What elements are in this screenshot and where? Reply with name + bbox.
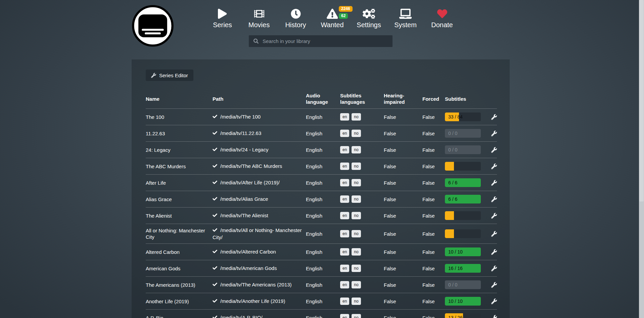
nav-label: Settings <box>351 21 387 29</box>
nav-item-series[interactable]: Series <box>204 5 241 29</box>
edit-series-button[interactable] <box>491 147 497 153</box>
path-text: /media/tv/All or Nothing- Manchester Cit… <box>213 227 302 240</box>
nav-item-settings[interactable]: Settings <box>351 5 387 29</box>
series-name: After Life <box>146 177 213 189</box>
nav-item-history[interactable]: History <box>277 5 314 29</box>
edit-series-button[interactable] <box>491 249 497 255</box>
forced-value: False <box>422 312 445 318</box>
search-input[interactable] <box>262 35 393 47</box>
forced-value: False <box>422 210 445 222</box>
edit-series-button[interactable] <box>491 114 497 120</box>
nav-item-movies[interactable]: Movies <box>241 5 277 29</box>
nav-item-donate[interactable]: Donate <box>424 5 460 29</box>
subtitles-languages: enno <box>340 192 384 206</box>
subtitles-languages: enno <box>340 143 384 156</box>
edit-series-button[interactable] <box>491 231 497 237</box>
language-badge: en <box>340 281 349 288</box>
hearing-impaired-value: False <box>384 127 422 140</box>
language-badge: no <box>352 163 361 170</box>
edit-series-button[interactable] <box>491 196 497 202</box>
subtitles-progress-cell: 6 / 6 <box>445 175 486 190</box>
language-badge: en <box>340 146 349 153</box>
actions-cell <box>486 210 497 222</box>
edit-series-button[interactable] <box>491 164 497 169</box>
edit-series-button[interactable] <box>491 213 497 219</box>
nav-item-system[interactable]: System <box>387 5 424 29</box>
subtitles-languages: enno <box>340 245 384 259</box>
series-name: All or Nothing: Manchester City <box>146 224 213 243</box>
table-row: 24: Legacy/media/tv/24 - LegacyEnglishen… <box>146 141 497 158</box>
language-badge: no <box>352 130 361 137</box>
edit-series-button[interactable] <box>491 315 497 318</box>
edit-series-button[interactable] <box>491 180 497 186</box>
subtitles-progress: 16 / 16 <box>445 264 481 273</box>
series-path: /media/tv/11.22.63 <box>213 127 306 140</box>
table-row: American Gods/media/tv/American GodsEngl… <box>146 260 497 276</box>
hearing-impaired-value: False <box>384 144 422 156</box>
series-editor-button[interactable]: Series Editor <box>146 70 193 81</box>
subtitles-progress: 33 / 84 <box>445 112 481 121</box>
nav-label: Donate <box>424 21 460 29</box>
series-path: /media/tv/The ABC Murders <box>213 160 306 173</box>
path-text: /media/tv/Altered Carbon <box>220 249 276 255</box>
edit-series-button[interactable] <box>491 299 497 304</box>
language-badge: en <box>340 163 349 170</box>
film-icon <box>254 9 264 19</box>
hearing-impaired-value: False <box>384 228 422 240</box>
series-name: 24: Legacy <box>146 144 213 156</box>
check-icon <box>213 299 217 305</box>
language-badge: no <box>352 248 361 256</box>
audio-language: English <box>306 111 340 123</box>
table-row: All or Nothing: Manchester City/media/tv… <box>146 224 497 243</box>
subtitles-progress-cell: 0 / 0 <box>445 126 486 141</box>
series-name: 11.22.63 <box>146 127 213 140</box>
forced-value: False <box>422 127 445 140</box>
main-panel: Series Editor Name Path Audio language S… <box>132 59 510 318</box>
hearing-impaired-value: False <box>384 312 422 318</box>
wrench-icon <box>491 164 497 169</box>
actions-cell <box>486 144 497 156</box>
hearing-impaired-value: False <box>384 295 422 308</box>
series-name: The Alienist <box>146 210 213 222</box>
language-badge: en <box>340 314 349 318</box>
language-badge: no <box>352 265 361 272</box>
audio-language: English <box>306 144 340 156</box>
wrench-icon <box>491 196 497 202</box>
wrench-icon <box>491 266 497 271</box>
actions-cell <box>486 228 497 240</box>
language-badge: no <box>352 230 361 237</box>
scrollbar[interactable] <box>639 0 644 318</box>
wrench-icon <box>151 73 156 78</box>
subtitles-count: 6 / 6 <box>448 178 457 187</box>
subtitles-progress <box>445 211 481 220</box>
language-badge: en <box>340 248 349 256</box>
subtitles-progress: 13 / 26 <box>445 313 481 318</box>
subtitles-count: 10 / 10 <box>448 297 463 306</box>
edit-series-button[interactable] <box>491 131 497 136</box>
nav-item-wanted[interactable]: 224662Wanted <box>314 5 351 29</box>
header-subtitles-languages: Subtitles languages <box>340 89 384 108</box>
subtitles-languages: enno <box>340 294 384 308</box>
edit-series-button[interactable] <box>491 266 497 271</box>
hearing-impaired-value: False <box>384 177 422 189</box>
header-forced: Forced <box>422 93 445 105</box>
path-text: /media/tv/The Americans (2013) <box>220 282 292 287</box>
forced-value: False <box>422 228 445 240</box>
check-icon <box>213 164 217 170</box>
audio-language: English <box>306 127 340 140</box>
actions-cell <box>486 193 497 205</box>
bazarr-logo[interactable] <box>132 5 174 47</box>
hearing-impaired-value: False <box>384 160 422 173</box>
series-name: A.P. Bio <box>146 312 213 318</box>
scrollbar-thumb[interactable] <box>639 0 644 201</box>
path-text: /media/tv/A.P. BIO/ <box>220 315 263 318</box>
edit-series-button[interactable] <box>491 282 497 288</box>
table-row: After Life/media/tv/After Life (2019)/En… <box>146 174 497 191</box>
table-row: Another Life (2019)/media/tv/Another Lif… <box>146 293 497 309</box>
language-badge: no <box>352 113 361 121</box>
subtitles-count: 0 / 0 <box>448 280 457 289</box>
forced-value: False <box>422 193 445 206</box>
forced-value: False <box>422 144 445 156</box>
subtitles-progress-cell: 10 / 10 <box>445 244 486 259</box>
path-text: /media/tv/After Life (2019)/ <box>220 180 280 185</box>
